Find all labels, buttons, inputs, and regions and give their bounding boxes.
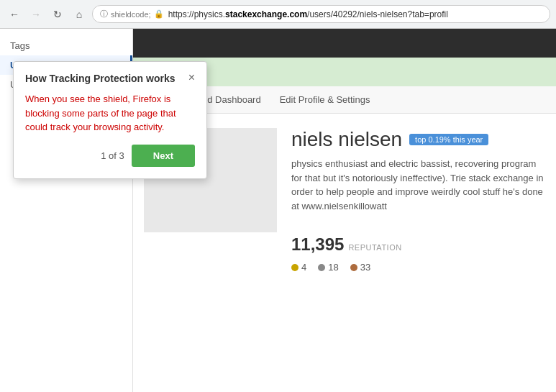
url-display: https://physics.stackexchange.com/users/… xyxy=(168,9,448,19)
browser-chrome: ← → ↻ ⌂ ⓘ shieldcode; 🔒 https://physics.… xyxy=(0,0,556,29)
tooltip-body: When you see the shield, Firefox is bloc… xyxy=(25,92,195,135)
address-bar[interactable]: ⓘ shieldcode; 🔒 https://physics.stackexc… xyxy=(92,5,550,23)
next-button[interactable]: Next xyxy=(132,145,195,167)
tooltip-title: How Tracking Protection works xyxy=(25,72,183,85)
tooltip-highlight: When you see the shield, Firefox is bloc… xyxy=(25,94,176,132)
reputation-row: 11,395 REPUTATION xyxy=(291,234,545,255)
bronze-badge: 33 xyxy=(350,262,370,273)
badge-row: 4 18 33 xyxy=(291,262,545,273)
silver-dot xyxy=(318,264,325,271)
tracking-protection-popup: How Tracking Protection works × When you… xyxy=(13,61,207,179)
secure-icon: 🔒 xyxy=(154,9,164,19)
refresh-button[interactable]: ↻ xyxy=(49,6,66,23)
se-header xyxy=(133,29,556,58)
page-content: Tags Users Unanswered Activity Mod Dashb… xyxy=(0,29,556,392)
page-indicator: 1 of 3 xyxy=(101,150,124,161)
shield-icon: shieldcode; xyxy=(111,10,151,19)
reputation-label: REPUTATION xyxy=(348,243,401,252)
silver-badge: 18 xyxy=(318,262,338,273)
gold-dot xyxy=(291,264,298,271)
profile-name: niels nielsen top 0.19% this year xyxy=(291,128,545,151)
tooltip-close-button[interactable]: × xyxy=(188,72,195,83)
bronze-dot xyxy=(350,264,357,271)
back-button[interactable]: ← xyxy=(6,6,23,23)
home-button[interactable]: ⌂ xyxy=(70,6,88,23)
info-icon: ⓘ xyxy=(100,9,108,19)
security-icons: ⓘ shieldcode; 🔒 xyxy=(100,9,164,19)
profile-info: niels nielsen top 0.19% this year physic… xyxy=(291,128,545,273)
sidebar-item-tags[interactable]: Tags xyxy=(0,36,132,55)
tooltip-header: How Tracking Protection works × xyxy=(25,72,195,85)
forward-button[interactable]: → xyxy=(27,6,45,23)
reputation-number: 11,395 xyxy=(291,234,344,255)
top-badge: top 0.19% this year xyxy=(409,134,488,145)
tab-edit-profile[interactable]: Edit Profile & Settings xyxy=(274,90,376,109)
tooltip-footer: 1 of 3 Next xyxy=(25,145,195,167)
gold-badge: 4 xyxy=(291,262,306,273)
profile-bio: physics enthusiast and electric bassist,… xyxy=(291,157,545,213)
